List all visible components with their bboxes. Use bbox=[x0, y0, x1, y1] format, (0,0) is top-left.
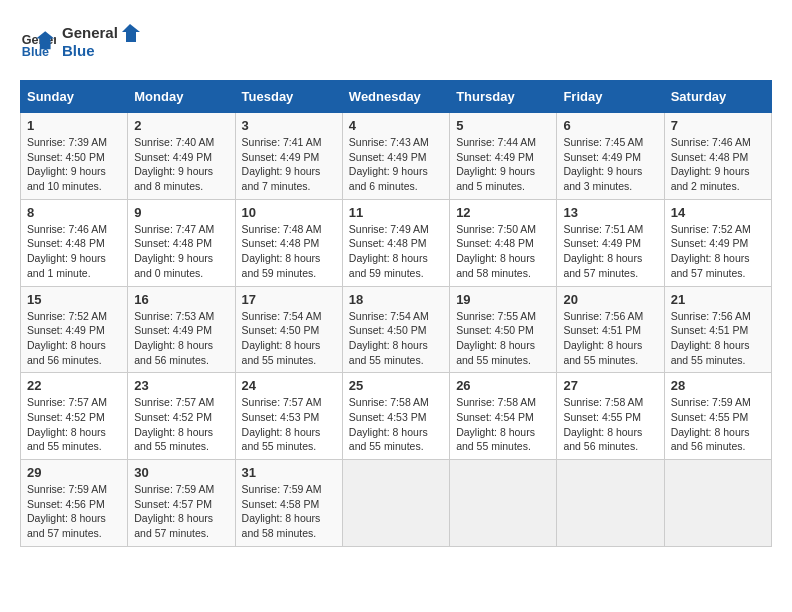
day-number: 19 bbox=[456, 292, 550, 307]
calendar-cell: 6Sunrise: 7:45 AMSunset: 4:49 PMDaylight… bbox=[557, 113, 664, 200]
day-info: Sunrise: 7:43 AMSunset: 4:49 PMDaylight:… bbox=[349, 135, 443, 194]
calendar-cell: 16Sunrise: 7:53 AMSunset: 4:49 PMDayligh… bbox=[128, 286, 235, 373]
week-row-1: 1Sunrise: 7:39 AMSunset: 4:50 PMDaylight… bbox=[21, 113, 772, 200]
calendar-cell: 3Sunrise: 7:41 AMSunset: 4:49 PMDaylight… bbox=[235, 113, 342, 200]
calendar-cell: 17Sunrise: 7:54 AMSunset: 4:50 PMDayligh… bbox=[235, 286, 342, 373]
day-number: 3 bbox=[242, 118, 336, 133]
column-header-thursday: Thursday bbox=[450, 81, 557, 113]
day-info: Sunrise: 7:56 AMSunset: 4:51 PMDaylight:… bbox=[563, 309, 657, 368]
day-number: 30 bbox=[134, 465, 228, 480]
day-number: 2 bbox=[134, 118, 228, 133]
day-number: 18 bbox=[349, 292, 443, 307]
day-number: 4 bbox=[349, 118, 443, 133]
calendar-cell: 5Sunrise: 7:44 AMSunset: 4:49 PMDaylight… bbox=[450, 113, 557, 200]
week-row-3: 15Sunrise: 7:52 AMSunset: 4:49 PMDayligh… bbox=[21, 286, 772, 373]
calendar-cell: 10Sunrise: 7:48 AMSunset: 4:48 PMDayligh… bbox=[235, 199, 342, 286]
header: General Blue General Blue bbox=[20, 20, 772, 64]
column-header-friday: Friday bbox=[557, 81, 664, 113]
calendar-cell: 15Sunrise: 7:52 AMSunset: 4:49 PMDayligh… bbox=[21, 286, 128, 373]
calendar-cell: 31Sunrise: 7:59 AMSunset: 4:58 PMDayligh… bbox=[235, 460, 342, 547]
calendar-cell: 8Sunrise: 7:46 AMSunset: 4:48 PMDaylight… bbox=[21, 199, 128, 286]
logo-svg: General Blue bbox=[62, 20, 142, 60]
day-info: Sunrise: 7:58 AMSunset: 4:54 PMDaylight:… bbox=[456, 395, 550, 454]
calendar-cell: 20Sunrise: 7:56 AMSunset: 4:51 PMDayligh… bbox=[557, 286, 664, 373]
calendar-cell: 13Sunrise: 7:51 AMSunset: 4:49 PMDayligh… bbox=[557, 199, 664, 286]
day-number: 13 bbox=[563, 205, 657, 220]
day-info: Sunrise: 7:48 AMSunset: 4:48 PMDaylight:… bbox=[242, 222, 336, 281]
calendar-cell: 7Sunrise: 7:46 AMSunset: 4:48 PMDaylight… bbox=[664, 113, 771, 200]
calendar-cell: 21Sunrise: 7:56 AMSunset: 4:51 PMDayligh… bbox=[664, 286, 771, 373]
day-info: Sunrise: 7:59 AMSunset: 4:55 PMDaylight:… bbox=[671, 395, 765, 454]
day-number: 31 bbox=[242, 465, 336, 480]
day-info: Sunrise: 7:59 AMSunset: 4:58 PMDaylight:… bbox=[242, 482, 336, 541]
column-header-wednesday: Wednesday bbox=[342, 81, 449, 113]
calendar-cell: 28Sunrise: 7:59 AMSunset: 4:55 PMDayligh… bbox=[664, 373, 771, 460]
calendar-cell: 29Sunrise: 7:59 AMSunset: 4:56 PMDayligh… bbox=[21, 460, 128, 547]
day-number: 24 bbox=[242, 378, 336, 393]
calendar-cell: 18Sunrise: 7:54 AMSunset: 4:50 PMDayligh… bbox=[342, 286, 449, 373]
calendar-body: 1Sunrise: 7:39 AMSunset: 4:50 PMDaylight… bbox=[21, 113, 772, 547]
day-info: Sunrise: 7:40 AMSunset: 4:49 PMDaylight:… bbox=[134, 135, 228, 194]
logo: General Blue General Blue bbox=[20, 20, 142, 64]
day-number: 9 bbox=[134, 205, 228, 220]
calendar-cell: 12Sunrise: 7:50 AMSunset: 4:48 PMDayligh… bbox=[450, 199, 557, 286]
calendar-cell: 4Sunrise: 7:43 AMSunset: 4:49 PMDaylight… bbox=[342, 113, 449, 200]
day-info: Sunrise: 7:56 AMSunset: 4:51 PMDaylight:… bbox=[671, 309, 765, 368]
week-row-4: 22Sunrise: 7:57 AMSunset: 4:52 PMDayligh… bbox=[21, 373, 772, 460]
day-info: Sunrise: 7:46 AMSunset: 4:48 PMDaylight:… bbox=[671, 135, 765, 194]
svg-marker-5 bbox=[122, 24, 140, 42]
day-number: 20 bbox=[563, 292, 657, 307]
day-info: Sunrise: 7:39 AMSunset: 4:50 PMDaylight:… bbox=[27, 135, 121, 194]
day-number: 14 bbox=[671, 205, 765, 220]
svg-text:Blue: Blue bbox=[62, 42, 95, 59]
column-header-sunday: Sunday bbox=[21, 81, 128, 113]
calendar-cell: 24Sunrise: 7:57 AMSunset: 4:53 PMDayligh… bbox=[235, 373, 342, 460]
day-number: 26 bbox=[456, 378, 550, 393]
calendar-cell bbox=[664, 460, 771, 547]
week-row-5: 29Sunrise: 7:59 AMSunset: 4:56 PMDayligh… bbox=[21, 460, 772, 547]
calendar-cell: 25Sunrise: 7:58 AMSunset: 4:53 PMDayligh… bbox=[342, 373, 449, 460]
day-number: 23 bbox=[134, 378, 228, 393]
day-info: Sunrise: 7:59 AMSunset: 4:57 PMDaylight:… bbox=[134, 482, 228, 541]
calendar-cell bbox=[342, 460, 449, 547]
calendar-cell: 2Sunrise: 7:40 AMSunset: 4:49 PMDaylight… bbox=[128, 113, 235, 200]
day-info: Sunrise: 7:52 AMSunset: 4:49 PMDaylight:… bbox=[27, 309, 121, 368]
calendar-cell: 22Sunrise: 7:57 AMSunset: 4:52 PMDayligh… bbox=[21, 373, 128, 460]
day-info: Sunrise: 7:41 AMSunset: 4:49 PMDaylight:… bbox=[242, 135, 336, 194]
day-info: Sunrise: 7:57 AMSunset: 4:52 PMDaylight:… bbox=[134, 395, 228, 454]
day-number: 12 bbox=[456, 205, 550, 220]
day-info: Sunrise: 7:59 AMSunset: 4:56 PMDaylight:… bbox=[27, 482, 121, 541]
day-number: 15 bbox=[27, 292, 121, 307]
day-info: Sunrise: 7:47 AMSunset: 4:48 PMDaylight:… bbox=[134, 222, 228, 281]
day-info: Sunrise: 7:58 AMSunset: 4:55 PMDaylight:… bbox=[563, 395, 657, 454]
day-info: Sunrise: 7:53 AMSunset: 4:49 PMDaylight:… bbox=[134, 309, 228, 368]
svg-text:General: General bbox=[62, 24, 118, 41]
day-info: Sunrise: 7:55 AMSunset: 4:50 PMDaylight:… bbox=[456, 309, 550, 368]
calendar-table: SundayMondayTuesdayWednesdayThursdayFrid… bbox=[20, 80, 772, 547]
calendar-cell: 1Sunrise: 7:39 AMSunset: 4:50 PMDaylight… bbox=[21, 113, 128, 200]
week-row-2: 8Sunrise: 7:46 AMSunset: 4:48 PMDaylight… bbox=[21, 199, 772, 286]
day-number: 16 bbox=[134, 292, 228, 307]
day-info: Sunrise: 7:54 AMSunset: 4:50 PMDaylight:… bbox=[349, 309, 443, 368]
day-info: Sunrise: 7:49 AMSunset: 4:48 PMDaylight:… bbox=[349, 222, 443, 281]
day-info: Sunrise: 7:54 AMSunset: 4:50 PMDaylight:… bbox=[242, 309, 336, 368]
day-number: 17 bbox=[242, 292, 336, 307]
day-number: 25 bbox=[349, 378, 443, 393]
day-number: 11 bbox=[349, 205, 443, 220]
day-number: 27 bbox=[563, 378, 657, 393]
calendar-cell: 23Sunrise: 7:57 AMSunset: 4:52 PMDayligh… bbox=[128, 373, 235, 460]
day-info: Sunrise: 7:57 AMSunset: 4:53 PMDaylight:… bbox=[242, 395, 336, 454]
calendar-header-row: SundayMondayTuesdayWednesdayThursdayFrid… bbox=[21, 81, 772, 113]
calendar-cell bbox=[557, 460, 664, 547]
calendar-cell: 9Sunrise: 7:47 AMSunset: 4:48 PMDaylight… bbox=[128, 199, 235, 286]
day-info: Sunrise: 7:52 AMSunset: 4:49 PMDaylight:… bbox=[671, 222, 765, 281]
day-number: 29 bbox=[27, 465, 121, 480]
day-info: Sunrise: 7:58 AMSunset: 4:53 PMDaylight:… bbox=[349, 395, 443, 454]
day-info: Sunrise: 7:50 AMSunset: 4:48 PMDaylight:… bbox=[456, 222, 550, 281]
calendar-cell: 27Sunrise: 7:58 AMSunset: 4:55 PMDayligh… bbox=[557, 373, 664, 460]
column-header-saturday: Saturday bbox=[664, 81, 771, 113]
calendar-cell: 30Sunrise: 7:59 AMSunset: 4:57 PMDayligh… bbox=[128, 460, 235, 547]
day-info: Sunrise: 7:57 AMSunset: 4:52 PMDaylight:… bbox=[27, 395, 121, 454]
day-number: 7 bbox=[671, 118, 765, 133]
day-info: Sunrise: 7:45 AMSunset: 4:49 PMDaylight:… bbox=[563, 135, 657, 194]
